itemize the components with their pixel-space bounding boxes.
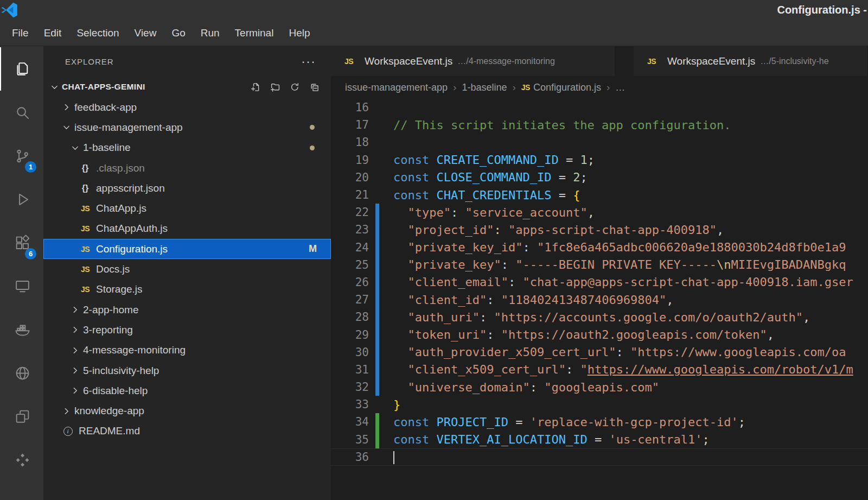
- editor-tab-workspaceevent-js-1[interactable]: JSWorkspaceEvent.js…/4-message-monitorin…: [331, 46, 615, 76]
- vscode-logo-icon: [1, 2, 18, 18]
- menu-item-edit[interactable]: Edit: [36, 21, 69, 46]
- code-text[interactable]: "universe_domain": "googleapis.com": [379, 381, 868, 394]
- tree-item-4-message-monitoring[interactable]: 4-message-monitoring: [43, 340, 331, 360]
- code-line-23: 23 "project_id": "apps-script-chat-app-4…: [331, 221, 868, 238]
- code-editor[interactable]: 1617// This script initiates the app con…: [331, 99, 868, 500]
- tree-item-2-app-home[interactable]: 2-app-home: [43, 300, 331, 320]
- activity-bar: 16: [0, 46, 43, 500]
- tree-item-6-disable-help[interactable]: 6-disable-help: [43, 381, 331, 401]
- docker-icon[interactable]: [0, 308, 43, 351]
- code-line-26: 26 "client_email": "chat-app@apps-script…: [331, 274, 868, 291]
- js-file-icon: JS: [644, 57, 659, 66]
- code-text[interactable]: const CLOSE_COMMAND_ID = 2;: [379, 170, 868, 184]
- tree-item-appsscript-json[interactable]: {}appsscript.json: [43, 178, 331, 198]
- breadcrumb-item-configuration-js[interactable]: JSConfiguration.js: [521, 82, 601, 93]
- gutter-modified-indicator: [375, 308, 379, 326]
- line-number: 30: [331, 346, 369, 359]
- info-icon: i: [61, 427, 75, 436]
- line-number: 17: [331, 118, 369, 131]
- tree-item-5-inclusivity-help[interactable]: 5-inclusivity-help: [43, 360, 331, 381]
- tree-item-readme-md[interactable]: iREADME.md: [43, 421, 331, 441]
- tree-item-storage-js[interactable]: JSStorage.js: [43, 280, 331, 300]
- js-file-icon: JS: [78, 245, 92, 254]
- breadcrumb-item-[interactable]: …: [615, 82, 625, 93]
- tree-item-label: knowledge-app: [74, 405, 144, 417]
- more-actions-icon[interactable]: ···: [301, 59, 316, 64]
- chevron-right-icon: [69, 325, 81, 334]
- menu-item-selection[interactable]: Selection: [69, 21, 126, 46]
- breadcrumb-separator: ›: [453, 81, 456, 93]
- tree-item-label: Docs.js: [96, 263, 130, 275]
- tree-item-knowledge-app[interactable]: knowledge-app: [43, 401, 331, 421]
- tree-item-label: Configuration.js: [96, 243, 168, 255]
- explorer-title: EXPLORER: [65, 57, 114, 66]
- code-text[interactable]: const CHAT_CREDENTIALS = {: [379, 188, 868, 202]
- breadcrumb-item-issue-management-app[interactable]: issue-management-app: [345, 82, 448, 93]
- menu-item-file[interactable]: File: [4, 21, 36, 46]
- code-text[interactable]: "auth_provider_x509_cert_url": "https://…: [379, 345, 868, 359]
- code-line-28: 28 "auth_uri": "https://accounts.google.…: [331, 308, 868, 326]
- code-text[interactable]: "private_key_id": "1fc8e6a465adbc006620a…: [379, 240, 868, 254]
- code-text[interactable]: "token_uri": "https://oauth2.googleapis.…: [379, 328, 868, 341]
- search-icon[interactable]: [0, 91, 43, 134]
- code-text[interactable]: "type": "service_account",: [379, 206, 868, 219]
- code-text[interactable]: "project_id": "apps-script-chat-app-4009…: [379, 223, 868, 237]
- tree-item-1-baseline[interactable]: 1-baseline: [43, 138, 331, 158]
- code-line-34: 34const PROJECT_ID = 'replace-with-gcp-p…: [331, 413, 868, 431]
- tree-item-chatappauth-js[interactable]: JSChatAppAuth.js: [43, 219, 331, 239]
- code-text[interactable]: const PROJECT_ID = 'replace-with-gcp-pro…: [379, 415, 868, 429]
- menu-item-go[interactable]: Go: [164, 21, 193, 46]
- extensions-icon[interactable]: 6: [0, 221, 43, 264]
- collapse-all-icon[interactable]: [310, 83, 319, 92]
- menu-item-help[interactable]: Help: [281, 21, 317, 46]
- code-text[interactable]: const CREATE_COMMAND_ID = 1;: [379, 153, 868, 167]
- tree-item-label: 5-inclusivity-help: [83, 365, 159, 377]
- code-text[interactable]: "auth_uri": "https://accounts.google.com…: [379, 311, 868, 324]
- code-text[interactable]: const VERTEX_AI_LOCATION_ID = 'us-centra…: [379, 433, 868, 446]
- workspace-section-header[interactable]: CHAT-APPS-GEMINI: [43, 77, 331, 97]
- editor-tab-workspaceevent-js-2[interactable]: JSWorkspaceEvent.js…/5-inclusivity-he: [634, 46, 868, 76]
- run-and-debug-icon[interactable]: [0, 178, 43, 221]
- js-file-icon: JS: [78, 265, 92, 274]
- gutter-added-indicator: [375, 431, 379, 448]
- references-icon[interactable]: [0, 395, 43, 438]
- menu-item-view[interactable]: View: [127, 21, 164, 46]
- tree-item-clasp-json[interactable]: {}.clasp.json: [43, 158, 331, 178]
- tree-item-docs-js[interactable]: JSDocs.js: [43, 259, 331, 279]
- explorer-actions: [251, 83, 319, 92]
- code-text[interactable]: }: [379, 398, 868, 412]
- menu-item-run[interactable]: Run: [193, 21, 227, 46]
- gutter: [375, 186, 379, 204]
- line-number: 31: [331, 363, 369, 376]
- code-text[interactable]: // This script initiates the app configu…: [379, 118, 868, 132]
- tab-filename: WorkspaceEvent.js: [365, 55, 452, 67]
- tree-item-label: appsscript.json: [96, 182, 165, 194]
- code-text[interactable]: "client_x509_cert_url": "https://www.goo…: [379, 363, 868, 376]
- code-text[interactable]: "client_email": "chat-app@apps-script-ch…: [379, 275, 868, 289]
- sidebar-header: EXPLORER ···: [43, 46, 331, 77]
- source-control-icon[interactable]: 1: [0, 134, 43, 178]
- code-text[interactable]: "private_key": "-----BEGIN PRIVATE KEY--…: [379, 258, 868, 271]
- js-file-icon: JS: [342, 57, 356, 66]
- tree-item-feedback-app[interactable]: feedback-app: [43, 97, 331, 117]
- tree-item-label: 3-reporting: [83, 324, 133, 336]
- explorer-icon[interactable]: [0, 47, 43, 91]
- tree-item-label: README.md: [79, 425, 140, 437]
- line-number: 26: [331, 276, 369, 289]
- remote-explorer-icon[interactable]: [0, 264, 43, 308]
- github-icon[interactable]: [0, 351, 43, 395]
- tree-item-configuration-js[interactable]: JSConfiguration.jsM: [43, 239, 331, 259]
- gemini-icon[interactable]: [0, 438, 43, 482]
- breadcrumb-item-1-baseline[interactable]: 1-baseline: [462, 82, 507, 93]
- tree-item-issue-management-app[interactable]: issue-management-app: [43, 117, 331, 137]
- menu-item-terminal[interactable]: Terminal: [227, 21, 282, 46]
- tree-item-chatapp-js[interactable]: JSChatApp.js: [43, 198, 331, 218]
- code-text[interactable]: "client_id": "118402413487406969804",: [379, 293, 868, 307]
- new-folder-icon[interactable]: [271, 83, 280, 92]
- explorer-sidebar: EXPLORER ··· CHAT-APPS-GEMINI feedback-a…: [43, 46, 331, 500]
- code-line-19: 19const CREATE_COMMAND_ID = 1;: [331, 151, 868, 169]
- new-file-icon[interactable]: [251, 83, 260, 92]
- code-text[interactable]: [379, 450, 868, 464]
- tree-item-3-reporting[interactable]: 3-reporting: [43, 320, 331, 340]
- refresh-icon[interactable]: [290, 83, 299, 92]
